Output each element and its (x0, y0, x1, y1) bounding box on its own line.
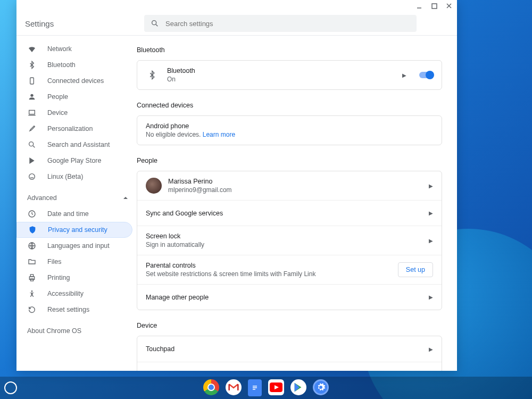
sidebar-item-files[interactable]: Files (16, 254, 132, 270)
launcher-button[interactable] (4, 381, 17, 394)
svg-point-18 (31, 290, 33, 292)
youtube-icon[interactable] (268, 379, 284, 395)
section-title-people: People (137, 157, 442, 164)
shelf (0, 377, 532, 399)
svg-point-12 (29, 174, 35, 180)
search-icon (151, 19, 159, 28)
search-icon (27, 140, 37, 149)
sidebar-item-date-time[interactable]: Date and time (16, 206, 132, 222)
manage-people-row[interactable]: Manage other people ▶ (137, 284, 442, 310)
minimize-button[interactable] (415, 2, 423, 10)
docs-icon[interactable] (248, 379, 262, 396)
search-box[interactable] (144, 15, 417, 32)
svg-line-5 (156, 24, 157, 26)
folder-icon (27, 257, 37, 267)
keyboard-row[interactable]: Keyboard▶ (137, 362, 442, 371)
svg-rect-6 (30, 78, 34, 84)
print-icon (27, 273, 37, 282)
svg-point-4 (152, 21, 156, 25)
svg-rect-16 (30, 275, 33, 277)
svg-point-10 (29, 142, 34, 146)
bluetooth-card: Bluetooth On ▶ (137, 60, 442, 90)
avatar (146, 178, 162, 194)
sidebar-item-bluetooth[interactable]: Bluetooth (16, 57, 132, 73)
brush-icon (27, 124, 37, 134)
sidebar-item-people[interactable]: People (16, 89, 132, 105)
section-title-connected: Connected devices (137, 102, 442, 109)
sidebar-item-search-assistant[interactable]: Search and Assistant (16, 137, 132, 153)
shield-icon (28, 225, 37, 235)
chevron-right-icon: ▶ (429, 238, 433, 244)
section-title-bluetooth: Bluetooth (137, 46, 442, 54)
header: Settings (16, 12, 457, 35)
bluetooth-toggle[interactable] (419, 72, 433, 78)
sidebar-item-connected-devices[interactable]: Connected devices (16, 73, 132, 89)
sidebar-item-accessibility[interactable]: Accessibility (16, 286, 132, 302)
reset-icon (27, 305, 37, 314)
svg-line-11 (33, 146, 35, 147)
wifi-icon (27, 44, 37, 54)
sidebar-item-printing[interactable]: Printing (16, 270, 132, 286)
sidebar-item-linux[interactable]: Linux (Beta) (16, 169, 132, 185)
connected-devices-card: Android phone No eligible devices. Learn… (137, 115, 442, 145)
svg-rect-8 (29, 110, 35, 114)
device-card: Touchpad▶ Keyboard▶ Stylus▶ (137, 336, 442, 371)
clock-icon (27, 209, 37, 219)
settings-window: Settings Network Bluetooth Connected dev… (16, 0, 457, 371)
titlebar (16, 0, 457, 12)
chevron-right-icon: ▶ (429, 294, 433, 300)
account-row[interactable]: Marissa Perino mlperino9@gmail.com ▶ (137, 171, 442, 200)
accessibility-icon (27, 289, 37, 298)
app-title: Settings (25, 19, 54, 28)
close-button[interactable] (445, 2, 453, 10)
sidebar-advanced-toggle[interactable]: Advanced (16, 190, 137, 206)
learn-more-link[interactable]: Learn more (203, 131, 235, 138)
bluetooth-row[interactable]: Bluetooth On ▶ (137, 61, 442, 89)
sidebar-item-device[interactable]: Device (16, 105, 132, 121)
linux-icon (27, 172, 37, 181)
sidebar-item-network[interactable]: Network (16, 41, 132, 57)
touchpad-row[interactable]: Touchpad▶ (137, 336, 442, 362)
sidebar-item-personalization[interactable]: Personalization (16, 121, 132, 137)
sidebar-item-play-store[interactable]: Google Play Store (16, 153, 132, 169)
sync-row[interactable]: Sync and Google services ▶ (137, 200, 442, 226)
parental-controls-row: Parental controls Set website restrictio… (137, 255, 442, 284)
sidebar-item-privacy-security[interactable]: Privacy and security (16, 222, 132, 238)
devices-icon (27, 76, 37, 86)
play-store-icon[interactable] (290, 379, 306, 395)
sidebar: Network Bluetooth Connected devices Peop… (16, 36, 137, 371)
settings-icon[interactable] (313, 379, 329, 395)
chrome-icon[interactable] (203, 379, 219, 395)
svg-rect-20 (253, 387, 257, 388)
svg-point-7 (30, 94, 33, 97)
gmail-icon[interactable] (226, 379, 242, 395)
chevron-right-icon: ▶ (429, 210, 433, 216)
section-title-device: Device (137, 322, 442, 329)
chevron-right-icon: ▶ (429, 346, 433, 352)
search-input[interactable] (165, 20, 410, 28)
laptop-icon (27, 108, 37, 118)
people-card: Marissa Perino mlperino9@gmail.com ▶ Syn… (137, 171, 442, 310)
sidebar-item-languages[interactable]: Languages and input (16, 238, 132, 254)
maximize-button[interactable] (430, 2, 438, 10)
sidebar-item-about[interactable]: About Chrome OS (16, 323, 132, 339)
globe-icon (27, 241, 37, 251)
bluetooth-icon (27, 60, 37, 70)
svg-rect-1 (432, 4, 437, 9)
person-icon (27, 92, 37, 102)
chevron-right-icon: ▶ (402, 72, 406, 78)
chevron-right-icon: ▶ (429, 183, 433, 189)
svg-rect-21 (253, 389, 255, 390)
chevron-up-icon (123, 195, 128, 201)
android-phone-row: Android phone No eligible devices. Learn… (137, 116, 442, 145)
play-store-icon (27, 156, 37, 165)
bluetooth-icon (146, 70, 159, 80)
screen-lock-row[interactable]: Screen lock Sign in automatically ▶ (137, 226, 442, 255)
sidebar-item-reset[interactable]: Reset settings (16, 302, 132, 318)
content-area: Bluetooth Bluetooth On ▶ Connected devic… (137, 36, 457, 371)
setup-button[interactable]: Set up (398, 262, 433, 277)
svg-rect-19 (253, 386, 257, 387)
